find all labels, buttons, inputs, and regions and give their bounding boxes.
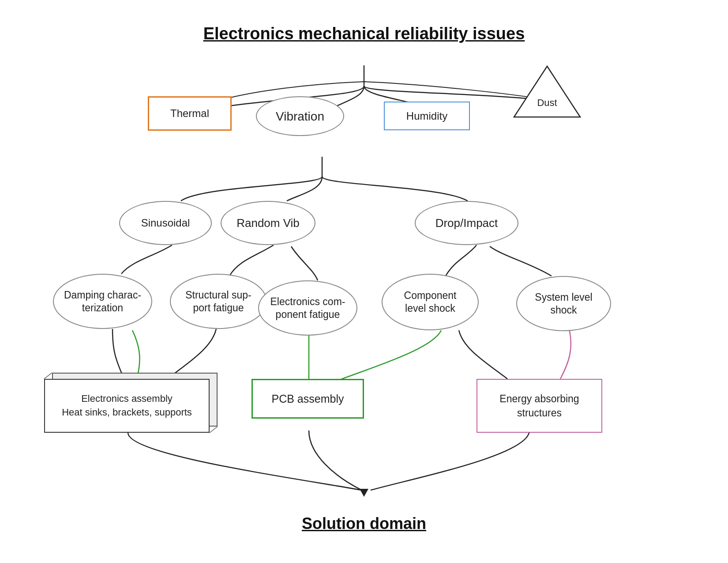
svg-line-4 bbox=[44, 373, 52, 379]
svg-text:Dust: Dust bbox=[537, 97, 557, 108]
diagram-container: Electronics mechanical reliability issue… bbox=[0, 0, 728, 563]
svg-line-6 bbox=[210, 427, 218, 433]
svg-marker-2 bbox=[514, 66, 580, 117]
thermal-node: Thermal bbox=[148, 96, 232, 131]
page-title: Electronics mechanical reliability issue… bbox=[203, 24, 525, 43]
energy-absorbing-node: Energy absorbing structures bbox=[477, 379, 602, 433]
system-shock-node: System level shock bbox=[516, 276, 611, 331]
random-vib-node: Random Vib bbox=[221, 201, 315, 245]
svg-marker-1 bbox=[360, 489, 368, 497]
sinusoidal-node: Sinusoidal bbox=[119, 201, 212, 245]
electronics-assembly-node: Electronics assembly Heat sinks, bracket… bbox=[44, 379, 210, 433]
dust-node: Dust bbox=[512, 64, 582, 121]
solution-title: Solution domain bbox=[302, 514, 426, 533]
electronics-fatigue-node: Electronics com- ponent fatigue bbox=[258, 280, 357, 336]
damping-node: Damping charac- terization bbox=[53, 274, 152, 329]
humidity-node: Humidity bbox=[384, 102, 470, 130]
pcb-assembly-node: PCB assembly bbox=[251, 379, 364, 419]
vibration-node: Vibration bbox=[256, 96, 344, 136]
structural-node: Structural sup- port fatigue bbox=[170, 274, 267, 329]
component-shock-node: Component level shock bbox=[382, 274, 479, 330]
drop-impact-node: Drop/Impact bbox=[415, 201, 518, 245]
dust-triangle-svg: Dust bbox=[512, 64, 582, 121]
